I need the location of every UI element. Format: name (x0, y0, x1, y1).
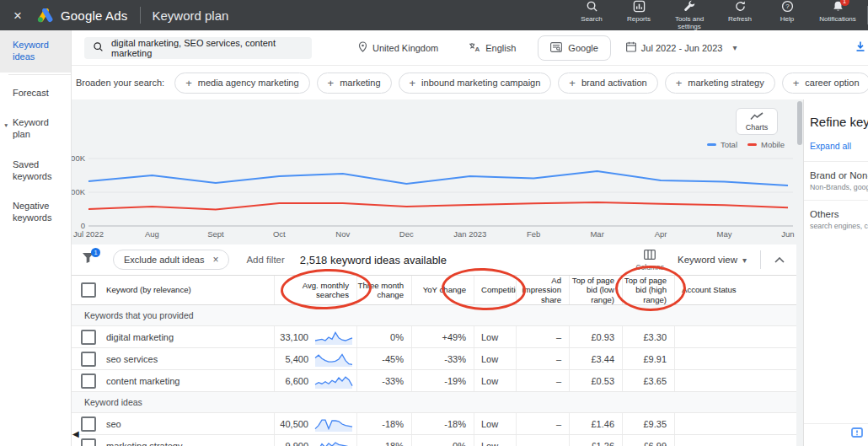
keyword-view-dropdown[interactable]: Keyword view (678, 255, 747, 265)
row-checkbox[interactable] (81, 330, 96, 345)
sidebar-item-keyword-plan[interactable]: Keyword plan (0, 108, 71, 150)
col-top-bid-high[interactable]: Top of page bid (high range) (622, 276, 674, 304)
cell-keyword: seo (72, 413, 274, 434)
col-yoy-change[interactable]: YoY change (411, 276, 474, 304)
keyword-row-content-marketing[interactable]: content marketing6,600-33%-19%Low–£0.53£… (72, 370, 796, 392)
search-button[interactable]: Search (572, 0, 611, 23)
download-icon[interactable] (855, 40, 866, 56)
notifications-button[interactable]: 1Notifications (815, 0, 860, 23)
trend-sparkline (314, 329, 353, 346)
select-all-checkbox[interactable] (81, 282, 96, 298)
svg-text:Nov: Nov (335, 229, 350, 239)
row-checkbox[interactable] (81, 416, 96, 432)
svg-text:Oct: Oct (273, 229, 286, 239)
broaden-chip-career-option[interactable]: career option (782, 73, 868, 94)
svg-text:Apr: Apr (655, 229, 667, 239)
add-icon (569, 78, 576, 89)
filter-icon[interactable]: 1 (82, 252, 94, 267)
close-icon[interactable]: × (13, 8, 22, 23)
sidebar-item-keyword-ideas[interactable]: Keyword ideas (0, 30, 71, 73)
col-competition[interactable]: Competition (474, 276, 516, 304)
refresh-button[interactable]: Refresh (721, 0, 759, 23)
cell-three-month-change: -33% (356, 370, 411, 391)
broaden-chip-brand-activation[interactable]: brand activation (558, 73, 657, 94)
col-account-status[interactable]: Account Status (674, 276, 796, 304)
col-avg-monthly-searches[interactable]: Avg. monthly searches (274, 276, 356, 304)
reports-button[interactable]: Reports (619, 0, 658, 23)
cell-avg-monthly-searches: 9,900 (274, 435, 356, 446)
charts-button[interactable]: Charts (736, 108, 778, 135)
google-ads-logo-icon[interactable] (37, 8, 54, 23)
cell-top-bid-high: £9.91 (622, 348, 674, 369)
language-selector[interactable]: A English (469, 42, 516, 54)
cell-top-bid-low: £3.44 (569, 348, 622, 369)
keyword-row-seo-services[interactable]: seo services5,400-45%-33%Low–£3.44£9.91 (72, 348, 796, 370)
col-keyword[interactable]: Keyword (by relevance) (106, 285, 191, 294)
add-icon (410, 78, 416, 89)
svg-text:Feb: Feb (527, 229, 540, 239)
cell-competition: Low (474, 348, 516, 369)
cell-top-bid-low: £1.26 (569, 435, 622, 446)
cell-yoy-change: 0% (411, 435, 474, 446)
row-checkbox[interactable] (81, 438, 96, 446)
cell-three-month-change: 0% (356, 326, 411, 347)
row-checkbox[interactable] (81, 352, 96, 367)
columns-button[interactable]: Columns (635, 248, 664, 271)
scroll-left-icon[interactable] (72, 425, 79, 440)
date-range-selector[interactable]: Jul 2022 - Jun 2023 (626, 41, 737, 54)
svg-text:Aug: Aug (145, 229, 159, 239)
svg-text:Jun: Jun (781, 229, 794, 239)
broaden-chip-media-agency-marketing[interactable]: media agency marketing (174, 73, 309, 94)
keywords-search-input[interactable]: digital marketing, SEO services, content… (84, 37, 312, 59)
help-icon: ? (781, 0, 794, 13)
expand-all-link[interactable]: Expand all (810, 141, 868, 151)
col-ad-impression-share[interactable]: Ad impression share (516, 276, 569, 304)
volume-trend-chart: 800K400K0Jul 2022AugSeptOctNovDecJan 202… (72, 99, 796, 244)
topbar-divider (140, 7, 141, 24)
refine-group-others[interactable]: Otherssearch engines, conten (804, 200, 868, 239)
broaden-chip-marketing[interactable]: marketing (317, 73, 392, 94)
cell-yoy-change: -33% (411, 348, 474, 369)
network-selector[interactable]: Google (538, 35, 610, 61)
search-icon (93, 41, 104, 54)
feedback-icon[interactable] (851, 427, 863, 443)
cell-top-bid-high: £9.35 (622, 413, 674, 434)
refine-group-brand-or-non-br[interactable]: Brand or Non-BrNon-Brands, google, lin (804, 161, 868, 200)
vertical-scrollbar[interactable] (796, 99, 803, 446)
col-three-month-change[interactable]: Three month change (356, 276, 411, 304)
help-button[interactable]: ?Help (768, 0, 806, 23)
tools-button[interactable]: Tools and settings (667, 0, 712, 30)
notification-badge: 1 (840, 0, 849, 6)
broaden-chip-marketing-strategy[interactable]: marketing strategy (665, 73, 775, 94)
keyword-row-marketing-strategy[interactable]: marketing strategy9,900-18%0%Low–£1.26£6… (72, 435, 796, 446)
cell-account-status (674, 326, 796, 347)
filter-count-badge: 1 (91, 248, 100, 257)
svg-text:800K: 800K (72, 153, 86, 163)
table-section-header: Keyword ideas (72, 392, 796, 413)
sidebar-item-forecast[interactable]: Forecast (0, 78, 71, 109)
location-selector[interactable]: United Kingdom (358, 41, 438, 54)
keyword-row-digital-marketing[interactable]: digital marketing33,1000%+49%Low–£0.93£3… (72, 326, 796, 348)
search-icon (586, 0, 598, 13)
sidebar-item-negative-keywords[interactable]: Negative keywords (0, 191, 71, 234)
refresh-icon (734, 0, 747, 13)
cell-account-status (674, 413, 796, 434)
remove-filter-icon[interactable]: × (212, 255, 218, 265)
collapse-chevron-icon[interactable] (774, 257, 785, 263)
search-settings-bar: digital marketing, SEO services, content… (72, 30, 868, 66)
sidebar-item-saved-keywords[interactable]: Saved keywords (0, 150, 71, 192)
search-network-icon (550, 42, 562, 54)
exclude-adult-ideas-chip[interactable]: Exclude adult ideas × (113, 250, 229, 270)
columns-icon (644, 250, 656, 261)
cell-ad-impression-share: – (516, 370, 569, 391)
cell-avg-monthly-searches: 6,600 (274, 370, 356, 391)
row-checkbox[interactable] (81, 373, 96, 389)
table-toolbar: 1 Exclude adult ideas × Add filter 2,518… (72, 244, 796, 275)
broaden-chip-inbound-marketing-campaign[interactable]: inbound marketing campaign (399, 73, 552, 94)
scrollbar-thumb[interactable] (797, 101, 802, 145)
google-ads-keyword-planner: × Google Ads Keyword plan SearchReportsT… (0, 0, 868, 446)
cell-ad-impression-share: – (516, 348, 569, 369)
add-filter-button[interactable]: Add filter (246, 255, 284, 265)
col-top-bid-low[interactable]: Top of page bid (low range) (569, 276, 622, 304)
keyword-row-seo[interactable]: seo40,500-18%-18%Low–£1.46£9.35 (72, 413, 796, 435)
